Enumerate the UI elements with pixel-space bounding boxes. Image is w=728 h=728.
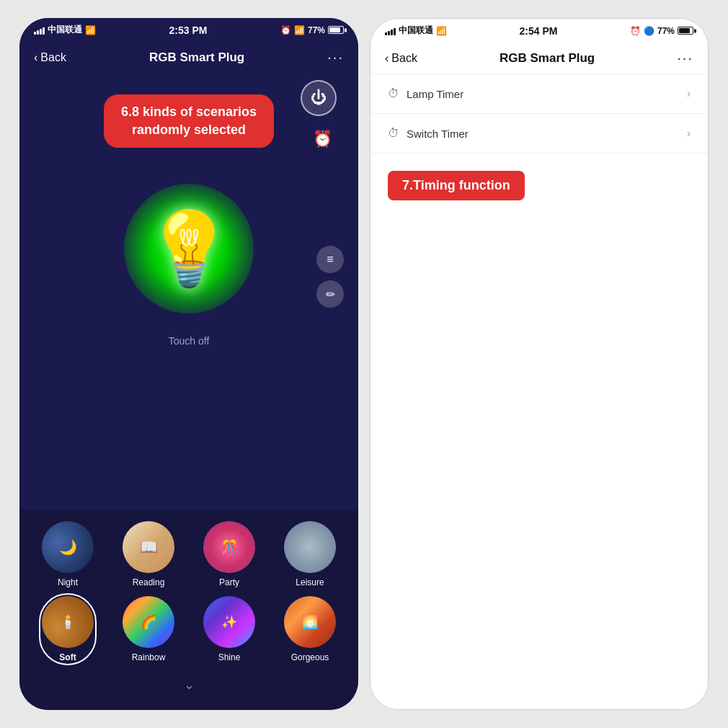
right-battery-label: 77% <box>657 26 675 36</box>
scenario-text-line2: randomly selected <box>132 123 246 137</box>
leisure-scene-circle <box>284 521 336 573</box>
left-more-button[interactable]: ··· <box>327 49 344 66</box>
scenario-rainbow[interactable]: Rainbow <box>123 596 174 662</box>
left-app-title: RGB Smart Plug <box>149 50 244 65</box>
lamp-timer-label: Lamp Timer <box>407 88 463 100</box>
left-status-right: ⏰ 📶 77% <box>280 25 344 35</box>
lamp-timer-chevron: › <box>687 87 691 100</box>
right-status-right: ⏰ 🔵 77% <box>630 26 693 36</box>
scenarios-section: Night Reading Party Leisure Soft Ra <box>19 510 358 710</box>
power-icon: ⏻ <box>311 89 327 107</box>
left-status-bar: 中国联通 📶 2:53 PM ⏰ 📶 77% <box>19 18 358 42</box>
scenario-party[interactable]: Party <box>203 521 255 587</box>
right-phone: 中国联通 📶 2:54 PM ⏰ 🔵 77% ‹ Back RGB Smart … <box>370 18 709 710</box>
scenario-gorgeous[interactable]: Gorgeous <box>284 596 336 662</box>
left-back-button[interactable]: ‹ Back <box>34 51 66 64</box>
edit-button[interactable]: ✏ <box>316 280 344 308</box>
scenarios-row-1: Night Reading Party Leisure <box>31 521 347 587</box>
scenario-leisure[interactable]: Leisure <box>284 521 336 587</box>
scenario-reading[interactable]: Reading <box>123 521 174 587</box>
alarm-status-icon: ⏰ <box>280 25 291 35</box>
switch-timer-left: ⏱ Switch Timer <box>388 127 469 140</box>
left-back-chevron: ‹ <box>34 51 37 64</box>
party-scene-circle <box>203 521 255 573</box>
right-app-title: RGB Smart Plug <box>500 51 595 66</box>
right-carrier-label: 中国联通 <box>399 25 433 37</box>
reading-scene-circle <box>123 521 174 573</box>
touch-off-label: Touch off <box>169 335 210 347</box>
battery-icon <box>328 26 344 34</box>
alarm-button[interactable]: ⏰ <box>308 125 337 154</box>
switch-timer-item[interactable]: ⏱ Switch Timer › <box>370 114 708 154</box>
bulb-area[interactable]: 💡 <box>117 169 261 328</box>
list-button[interactable]: ≡ <box>316 246 344 273</box>
party-label: Party <box>219 577 239 587</box>
rainbow-label: Rainbow <box>132 652 166 662</box>
right-app-header: ‹ Back RGB Smart Plug ··· <box>370 43 708 74</box>
switch-timer-icon: ⏱ <box>388 127 399 140</box>
right-carrier: 中国联通 📶 <box>385 25 447 37</box>
right-main-content: ⏱ Lamp Timer › ⏱ Switch Timer › 7.Timing… <box>370 74 708 709</box>
scenarios-row-2: Soft Rainbow Shine Gorgeous <box>31 596 347 662</box>
leisure-label: Leisure <box>296 577 324 587</box>
action-buttons: ≡ ✏ <box>316 246 344 308</box>
left-main-content: ⏻ ⏰ 6.8 kinds of scenarios randomly sele… <box>19 73 358 510</box>
scenario-night[interactable]: Night <box>42 521 94 587</box>
right-wifi-icon: 📶 <box>436 26 447 36</box>
right-time: 2:54 PM <box>520 25 558 37</box>
chevron-down-icon[interactable]: ⌄ <box>31 671 347 698</box>
reading-label: Reading <box>133 577 165 587</box>
wifi-icon: 📶 <box>85 25 96 35</box>
scenario-text-line1: 6.8 kinds of scenarios <box>121 105 257 119</box>
timing-function-badge: 7.Timing function <box>388 171 525 200</box>
scenario-shine[interactable]: Shine <box>203 596 255 662</box>
rainbow-scene-circle <box>123 596 174 648</box>
night-label: Night <box>58 577 78 587</box>
lamp-timer-item[interactable]: ⏱ Lamp Timer › <box>370 74 708 114</box>
left-back-label: Back <box>40 51 66 64</box>
gorgeous-label: Gorgeous <box>291 652 329 662</box>
switch-timer-chevron: › <box>687 127 691 140</box>
battery-label: 77% <box>308 25 325 35</box>
lamp-timer-left: ⏱ Lamp Timer <box>388 87 463 100</box>
scenario-soft[interactable]: Soft <box>42 596 94 662</box>
lamp-timer-icon: ⏱ <box>388 87 399 100</box>
bluetooth-icon: 📶 <box>294 25 305 35</box>
right-more-button[interactable]: ··· <box>677 50 693 66</box>
left-time: 2:53 PM <box>169 25 208 36</box>
right-back-chevron: ‹ <box>385 52 389 65</box>
left-phone: 中国联通 📶 2:53 PM ⏰ 📶 77% ‹ Back RGB Smart … <box>19 18 358 710</box>
right-status-bar: 中国联通 📶 2:54 PM ⏰ 🔵 77% <box>370 19 708 43</box>
shine-scene-circle <box>203 596 255 648</box>
right-alarm-icon: ⏰ <box>630 26 641 36</box>
right-signal-icon <box>385 27 396 35</box>
power-button[interactable]: ⏻ <box>301 80 337 116</box>
carrier-label: 中国联通 <box>48 24 82 36</box>
soft-scene-circle <box>42 596 94 648</box>
gorgeous-scene-circle <box>284 596 336 648</box>
switch-timer-label: Switch Timer <box>407 128 469 140</box>
scenario-bubble: 6.8 kinds of scenarios randomly selected <box>104 94 274 148</box>
alarm-icon: ⏰ <box>313 130 332 148</box>
soft-label: Soft <box>59 652 76 662</box>
night-scene-circle <box>42 521 94 573</box>
left-app-header: ‹ Back RGB Smart Plug ··· <box>19 42 358 73</box>
left-carrier: 中国联通 📶 <box>34 24 96 36</box>
right-bluetooth-icon: 🔵 <box>644 26 654 36</box>
signal-icon <box>34 26 45 35</box>
right-back-button[interactable]: ‹ Back <box>385 52 417 65</box>
shine-label: Shine <box>218 652 241 662</box>
bulb-icon: 💡 <box>144 206 234 291</box>
right-back-label: Back <box>391 52 417 65</box>
right-battery-icon <box>678 27 693 35</box>
